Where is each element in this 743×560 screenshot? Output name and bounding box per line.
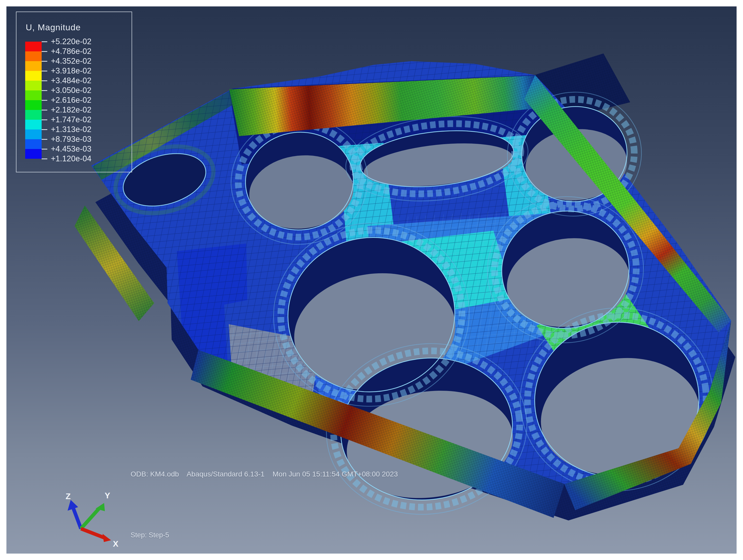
legend-color-bar [25, 42, 42, 159]
legend-tick [42, 110, 47, 110]
legend-swatch [25, 100, 42, 110]
legend-value: +2.182e-02 [51, 105, 91, 114]
state-step-line: Step: Step-5 [131, 530, 307, 540]
legend-value: +2.616e-02 [51, 96, 91, 105]
legend-value: +1.747e-02 [51, 115, 91, 124]
legend-tick [42, 90, 47, 91]
legend-swatch [25, 120, 42, 130]
state-block: Step: Step-5 Increment 1: Step Time = 1.… [131, 512, 307, 560]
legend-swatch [25, 139, 42, 149]
legend-value: +4.786e-02 [51, 47, 91, 56]
legend-value: +3.484e-02 [51, 76, 91, 85]
legend-tick [42, 139, 47, 140]
legend-swatch [25, 71, 42, 81]
legend-value: +3.918e-02 [51, 66, 91, 76]
legend-tick [42, 80, 47, 81]
y-axis-arrow [81, 509, 99, 529]
legend-value: +4.453e-03 [51, 144, 91, 154]
abaqus-viewer-window: U, Magnitude +5.220e-02 +4.786e-02 +4.35… [0, 0, 743, 560]
legend-tick [42, 100, 47, 101]
legend-swatch [25, 51, 42, 61]
legend-value: +3.050e-02 [51, 86, 91, 95]
legend-tick [42, 149, 47, 149]
x-axis-label: X [113, 539, 119, 549]
z-axis-label: Z [65, 492, 71, 501]
legend-swatch [25, 90, 42, 100]
odb-title-line: ODB: KM4.odb Abaqus/Standard 6.13-1 Mon … [131, 470, 398, 478]
legend-tick [42, 41, 47, 42]
view-triad: Z Y X [46, 485, 123, 554]
x-axis-arrowhead [102, 534, 111, 542]
legend-tick [42, 61, 47, 62]
state-increment-line: Increment 1: Step Time = 1.000 [131, 558, 307, 560]
x-axis-arrow [81, 529, 104, 538]
legend-swatch [25, 110, 42, 120]
legend-value: +1.313e-02 [51, 125, 91, 134]
legend-value: +4.352e-02 [51, 56, 91, 66]
y-axis-label: Y [104, 491, 110, 500]
legend-tick [42, 158, 47, 159]
legend-value: +8.793e-03 [51, 135, 91, 144]
legend-swatch [25, 81, 42, 90]
viewport-background[interactable]: U, Magnitude +5.220e-02 +4.786e-02 +4.35… [6, 6, 737, 554]
legend-swatch [25, 42, 42, 51]
legend-value: +5.220e-02 [51, 37, 91, 46]
legend-swatch [25, 130, 42, 139]
legend-value: +1.120e-04 [51, 154, 91, 164]
legend-tick [42, 129, 47, 130]
legend-swatch [25, 149, 42, 159]
legend-swatch [25, 61, 42, 71]
contour-legend: U, Magnitude +5.220e-02 +4.786e-02 +4.35… [16, 11, 132, 172]
legend-tick [42, 71, 47, 72]
z-axis-arrow [73, 508, 81, 529]
legend-title: U, Magnitude [26, 22, 81, 32]
legend-tick [42, 51, 47, 52]
legend-tick-labels: +5.220e-02 +4.786e-02 +4.352e-02 +3.918e… [42, 37, 91, 164]
legend-tick [42, 120, 47, 120]
